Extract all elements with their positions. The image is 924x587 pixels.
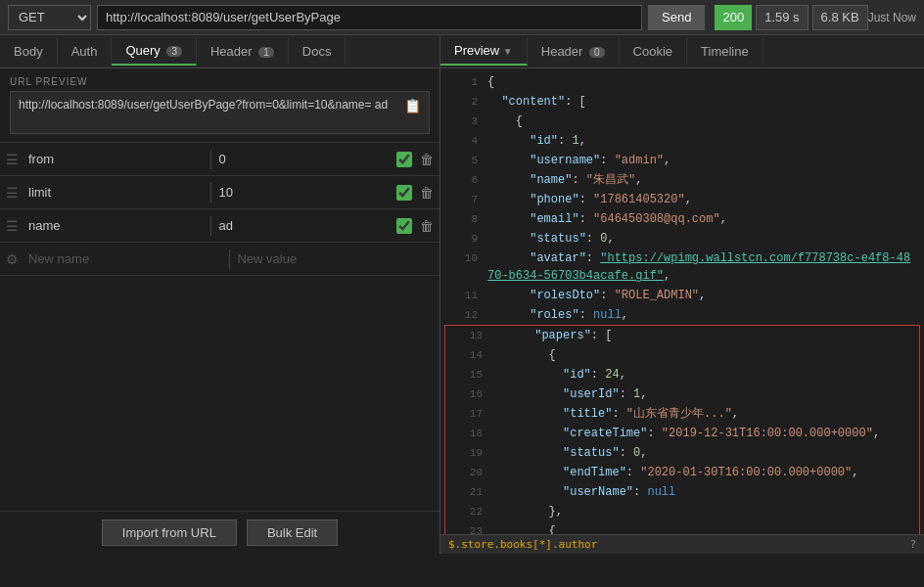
json-token: : [ (565, 95, 586, 109)
json-line: 3 { (440, 112, 924, 131)
json-token: { (492, 348, 556, 362)
url-input[interactable] (97, 5, 642, 30)
line-content: "userName": null (492, 483, 911, 501)
json-line: 9 "status": 0, (440, 229, 924, 248)
header-badge: 1 (258, 47, 274, 58)
param-delete-limit[interactable]: 🗑 (420, 185, 434, 201)
param-row: ☰ 🗑 (0, 143, 439, 176)
param-name-name[interactable] (24, 216, 207, 235)
tab-timeline[interactable]: Timeline (687, 38, 763, 65)
param-name-from[interactable] (24, 150, 207, 168)
json-token: : [ (591, 329, 613, 342)
json-line: 6 "name": "朱昌武", (440, 170, 924, 190)
json-token: "createTime" (492, 427, 647, 440)
tab-body[interactable]: Body (0, 38, 58, 65)
bulk-edit-button[interactable]: Bulk Edit (247, 519, 338, 546)
status-bar: $.store.books[*].author ? (440, 534, 924, 554)
json-token: "17861405320" (593, 193, 685, 206)
json-token: "2019-12-31T16:00:00.000+0000" (662, 427, 873, 440)
json-token: { (492, 524, 556, 534)
url-preview-text: http://localhost:8089/user/getUserByPage… (19, 98, 396, 112)
json-token: "userId" (492, 387, 620, 401)
json-line: 23 { (445, 521, 919, 534)
line-number: 9 (448, 230, 478, 248)
drag-icon[interactable]: ☰ (6, 185, 19, 201)
line-content: }, (492, 503, 911, 520)
method-select[interactable]: GET POST PUT DELETE (8, 5, 91, 30)
line-number: 6 (448, 171, 478, 189)
line-number: 17 (453, 405, 483, 423)
json-token: , (685, 193, 692, 206)
json-token: : (620, 387, 633, 401)
param-name-limit[interactable] (24, 183, 207, 202)
line-number: 18 (453, 425, 483, 442)
json-token: , (640, 387, 647, 401)
tab-docs[interactable]: Docs (289, 38, 346, 65)
url-preview-box: http://localhost:8089/user/getUserByPage… (10, 91, 430, 134)
response-header-badge: 0 (589, 47, 605, 58)
json-token: , (873, 427, 880, 440)
query-badge: 3 (166, 46, 182, 57)
size-badge: 6.8 KB (812, 5, 868, 30)
param-check-from[interactable] (396, 152, 412, 167)
json-token: "userName" (492, 485, 633, 499)
line-number: 7 (448, 191, 478, 208)
json-token: "朱昌武" (586, 173, 635, 187)
json-viewer: 1{2 "content": [3 {4 "id": 1,5 "username… (440, 68, 924, 534)
param-value-name[interactable] (215, 216, 397, 235)
jsonpath-text: $.store.books[*].author (448, 538, 597, 551)
line-content: "userId": 1, (492, 385, 911, 403)
json-token: null (647, 485, 675, 499)
json-token: , (664, 154, 670, 167)
tab-auth[interactable]: Auth (58, 38, 113, 65)
json-token: : (600, 289, 614, 302)
import-url-button[interactable]: Import from URL (102, 519, 237, 546)
help-icon[interactable]: ? (909, 538, 916, 551)
copy-icon[interactable]: 📋 (404, 98, 421, 113)
line-content: "username": "admin", (487, 152, 916, 169)
param-check-limit[interactable] (396, 185, 412, 201)
json-token: : (647, 427, 661, 440)
json-token: { (487, 114, 523, 128)
line-number: 23 (453, 522, 483, 534)
json-token: : (620, 446, 633, 460)
json-line: 7 "phone": "17861405320", (440, 190, 924, 209)
tab-preview[interactable]: Preview ▼ (440, 37, 528, 66)
param-value-limit[interactable] (215, 183, 397, 202)
json-line: 22 }, (445, 502, 919, 521)
param-value-from[interactable] (215, 150, 397, 168)
param-delete-name[interactable]: 🗑 (420, 218, 434, 234)
line-number: 1 (448, 73, 478, 91)
line-number: 10 (448, 249, 478, 267)
json-token: }, (492, 505, 563, 519)
line-content: "endTime": "2020-01-30T16:00:00.000+0000… (492, 464, 911, 481)
send-button[interactable]: Send (648, 5, 705, 30)
new-param-name-input[interactable] (24, 249, 225, 268)
json-line: 15 "id": 24, (445, 365, 919, 384)
red-border-section: 13 "papers": [14 {15 "id": 24,16 "userId… (444, 325, 920, 534)
param-delete-from[interactable]: 🗑 (420, 152, 434, 167)
json-token: "ROLE_ADMIN" (615, 289, 699, 302)
tab-query[interactable]: Query 3 (112, 37, 197, 66)
param-check-name[interactable] (396, 218, 412, 234)
new-param-value-input[interactable] (234, 249, 435, 268)
json-line: 21 "userName": null (445, 482, 919, 502)
tab-cookie[interactable]: Cookie (620, 38, 687, 65)
line-number: 15 (453, 366, 483, 384)
tab-header[interactable]: Header 1 (197, 38, 289, 65)
json-token: "username" (487, 154, 600, 167)
json-line: 4 "id": 1, (440, 131, 924, 151)
line-content: "papers": [ (492, 327, 911, 344)
line-number: 20 (453, 464, 483, 481)
drag-icon[interactable]: ☰ (6, 152, 19, 167)
json-line: 18 "createTime": "2019-12-31T16:00:00.00… (445, 424, 919, 443)
json-token: , (579, 134, 586, 148)
drag-icon[interactable]: ☰ (6, 218, 19, 234)
json-line: 12 "roles": null, (440, 305, 924, 325)
json-token: { (487, 75, 494, 89)
tab-response-header[interactable]: Header 0 (528, 38, 620, 65)
json-line: 19 "status": 0, (445, 443, 919, 463)
line-content: "name": "朱昌武", (487, 171, 916, 189)
json-token: : (572, 173, 585, 187)
right-panel: Preview ▼ Header 0 Cookie Timeline 1{2 "… (440, 35, 924, 554)
